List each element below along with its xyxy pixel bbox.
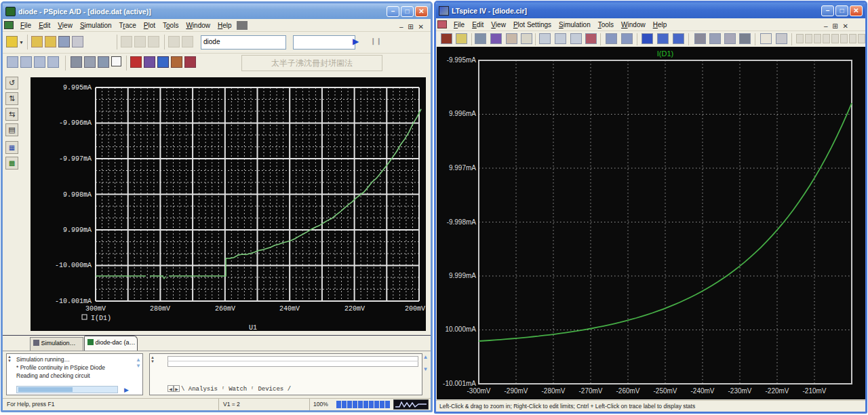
svg-text:240mV: 240mV	[279, 305, 300, 313]
svg-text:300mV: 300mV	[85, 305, 106, 313]
svg-text:200mV: 200mV	[405, 305, 425, 313]
svg-text:-220mV: -220mV	[765, 387, 789, 395]
svg-text:9.995mA: 9.995mA	[63, 84, 92, 92]
svg-text:-290mV: -290mV	[504, 387, 528, 395]
svg-text:-9.998mA: -9.998mA	[447, 218, 477, 226]
svg-text:260mV: 260mV	[215, 305, 235, 313]
svg-text:I(D1): I(D1)	[657, 50, 673, 58]
svg-text:-9.995mA: -9.995mA	[447, 56, 477, 64]
svg-text:-9.996mA: -9.996mA	[59, 119, 92, 127]
svg-text:-250mV: -250mV	[653, 387, 677, 395]
svg-text:9.999mA: 9.999mA	[449, 272, 476, 279]
svg-text:-270mV: -270mV	[578, 387, 602, 395]
svg-text:280mV: 280mV	[150, 305, 170, 313]
svg-text:-9.997mA: -9.997mA	[59, 155, 92, 163]
svg-text:9.998mA: 9.998mA	[63, 191, 92, 199]
svg-text:220mV: 220mV	[344, 305, 365, 313]
svg-text:I(D1): I(D1)	[91, 315, 111, 322]
svg-text:-260mV: -260mV	[616, 387, 639, 395]
svg-text:-10.001mA: -10.001mA	[443, 380, 476, 387]
svg-text:9.996mA: 9.996mA	[449, 110, 476, 117]
svg-text:9.997mA: 9.997mA	[449, 164, 476, 172]
svg-text:U1: U1	[249, 324, 257, 331]
svg-text:-280mV: -280mV	[541, 387, 565, 395]
svg-text:-230mV: -230mV	[728, 387, 751, 395]
svg-text:10.000mA: 10.000mA	[445, 325, 476, 333]
svg-text:-240mV: -240mV	[690, 387, 714, 395]
svg-text:-10.001mA: -10.001mA	[55, 298, 92, 305]
svg-text:-210mV: -210mV	[802, 387, 826, 395]
svg-text:-10.000mA: -10.000mA	[55, 262, 92, 269]
svg-text:-300mV: -300mV	[467, 387, 490, 395]
svg-text:9.999mA: 9.999mA	[63, 226, 92, 234]
